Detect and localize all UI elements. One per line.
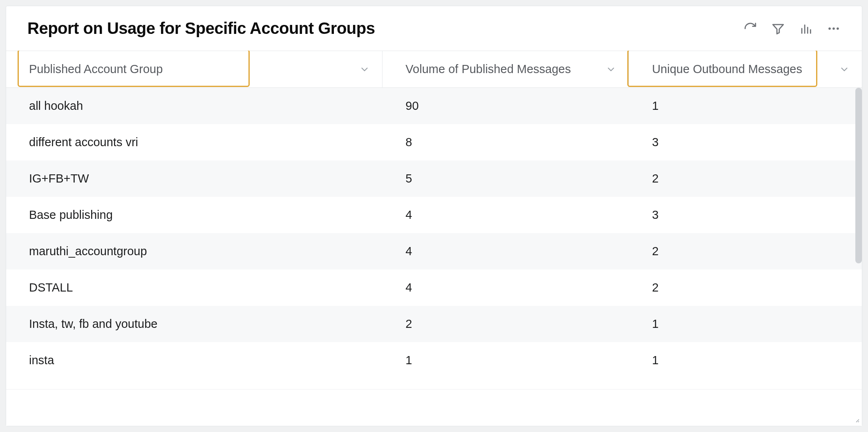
table-row[interactable]: insta 1 1 (6, 342, 862, 379)
cell-unique: 2 (629, 281, 862, 294)
svg-line-8 (858, 421, 859, 422)
cell-volume: 4 (383, 208, 629, 222)
cell-volume: 1 (383, 354, 629, 367)
table-header-row: Published Account Group Volume of Publis… (6, 51, 862, 88)
cell-account-group: IG+FB+TW (6, 172, 383, 185)
column-header-label: Published Account Group (29, 62, 163, 76)
cell-volume: 90 (383, 99, 629, 113)
report-table: Published Account Group Volume of Publis… (6, 51, 862, 426)
table-body: all hookah 90 1 different accounts vri 8… (6, 88, 862, 389)
resize-handle[interactable] (852, 415, 859, 424)
table-row[interactable]: DSTALL 4 2 (6, 269, 862, 306)
report-title: Report on Usage for Specific Account Gro… (27, 19, 375, 38)
cell-volume: 4 (383, 281, 629, 294)
chevron-down-icon (606, 64, 616, 75)
cell-unique: 3 (629, 208, 862, 222)
table-row[interactable]: Base publishing 4 3 (6, 197, 862, 233)
svg-point-4 (828, 27, 831, 30)
panel-header: Report on Usage for Specific Account Gro… (6, 6, 862, 51)
chevron-down-icon (359, 64, 370, 75)
svg-point-5 (832, 27, 835, 30)
cell-volume: 5 (383, 172, 629, 185)
cell-unique: 3 (629, 136, 862, 149)
cell-unique: 1 (629, 99, 862, 113)
cell-account-group: Insta, tw, fb and youtube (6, 317, 383, 331)
cell-account-group: Base publishing (6, 208, 383, 222)
cell-volume: 2 (383, 317, 629, 331)
column-header-unique[interactable]: Unique Outbound Messages (629, 51, 862, 87)
chevron-down-icon (839, 64, 850, 75)
cell-unique: 2 (629, 245, 862, 258)
refresh-button[interactable] (743, 22, 757, 36)
cell-unique: 1 (629, 317, 862, 331)
cell-account-group: insta (6, 354, 383, 367)
more-horizontal-icon (827, 22, 841, 36)
resize-icon (852, 415, 859, 423)
svg-point-6 (837, 27, 839, 30)
column-header-account-group[interactable]: Published Account Group (6, 51, 383, 87)
table-row[interactable]: Insta, tw, fb and youtube 2 1 (6, 306, 862, 342)
panel-actions (743, 22, 841, 36)
column-header-volume[interactable]: Volume of Published Messages (383, 51, 629, 87)
table-row[interactable]: all hookah 90 1 (6, 88, 862, 124)
report-panel: Report on Usage for Specific Account Gro… (6, 6, 862, 426)
cell-account-group: different accounts vri (6, 136, 383, 149)
refresh-icon (743, 22, 757, 36)
filter-icon (771, 22, 785, 36)
vertical-scrollbar[interactable] (855, 88, 862, 263)
table-row[interactable]: different accounts vri 8 3 (6, 124, 862, 160)
column-header-label: Unique Outbound Messages (652, 62, 802, 76)
column-header-label: Volume of Published Messages (405, 62, 571, 76)
cell-account-group: DSTALL (6, 281, 383, 294)
more-options-button[interactable] (827, 22, 841, 36)
cell-unique: 1 (629, 354, 862, 367)
table-row[interactable]: IG+FB+TW 5 2 (6, 160, 862, 197)
table-row[interactable]: maruthi_accountgroup 4 2 (6, 233, 862, 269)
filter-button[interactable] (771, 22, 785, 36)
cell-account-group: all hookah (6, 99, 383, 113)
chart-button[interactable] (799, 22, 813, 36)
cell-account-group: maruthi_accountgroup (6, 245, 383, 258)
cell-unique: 2 (629, 172, 862, 185)
cell-volume: 4 (383, 245, 629, 258)
cell-volume: 8 (383, 136, 629, 149)
panel-footer (6, 389, 862, 426)
bar-chart-icon (799, 22, 813, 36)
